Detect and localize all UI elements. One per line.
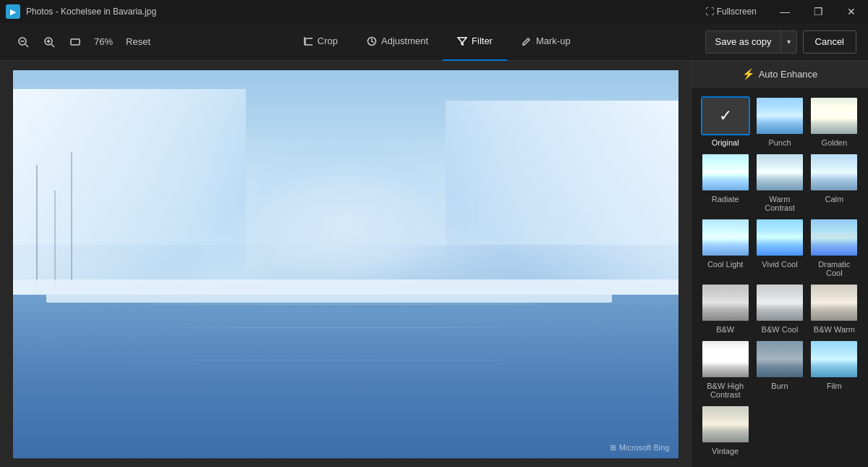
filter-label-punch: Punch [768,138,791,147]
filter-bw[interactable]: B&W [700,283,750,334]
toolbar: 76% Reset Crop Adjustment Filter [0,23,868,61]
filter-thumb-vintage [701,405,750,444]
filter-thumb-calm [809,153,859,192]
filter-thumb-bw-cool [755,283,804,322]
tab-adjustment-label: Adjustment [381,35,428,46]
toolbar-zoom-controls: 76% Reset [12,30,156,54]
filter-label-radiate: Radiate [712,195,739,203]
photo-water [13,295,678,458]
tab-filter-label: Filter [472,35,493,46]
filter-vivid-cool[interactable]: Vivid Cool [754,218,804,277]
filter-dramatic-cool[interactable]: Dramatic Cool [809,218,859,277]
filter-film[interactable]: Film [809,340,859,399]
tab-adjustment[interactable]: Adjustment [352,23,443,61]
filter-label-vivid-cool: Vivid Cool [762,260,797,269]
reset-button[interactable]: Reset [120,33,156,50]
filter-label-film: Film [827,382,842,390]
filter-label-bw-warm: B&W Warm [814,325,855,334]
filters-grid: ✓ Original Punch Golden [692,88,868,464]
fullscreen-button[interactable]: ⛶ Fullscreen [694,7,768,17]
canvas-area: ⊞ Microsoft Bing [0,61,691,467]
zoom-value[interactable]: 76% [90,33,117,50]
filter-label-vintage: Vintage [712,447,739,455]
save-copy-dropdown-icon[interactable]: ▾ [781,31,796,53]
filter-vintage[interactable]: Vintage [700,405,750,455]
filter-thumb-radiate [701,153,750,192]
svg-line-4 [51,44,54,47]
filter-calm[interactable]: Calm [809,153,859,212]
filter-thumb-bw-high-contrast [701,340,750,379]
filter-cool-light[interactable]: Cool Light [700,218,750,277]
filter-thumb-cool-light [701,218,750,257]
title-bar-controls: ⛶ Fullscreen — ❐ ✕ [694,0,868,23]
save-copy-label: Save as copy [706,31,780,53]
filter-thumb-original: ✓ [701,96,750,135]
filter-bw-cool[interactable]: B&W Cool [754,283,804,334]
filter-label-warm-contrast: Warm Contrast [754,195,804,212]
main-area: ⊞ Microsoft Bing ⚡ Auto Enhance ✓ Origin… [0,61,868,467]
tab-filter[interactable]: Filter [443,23,507,61]
filter-label-bw-cool: B&W Cool [762,325,799,334]
filter-label-burn: Burn [771,382,788,390]
filter-label-bw-high-contrast: B&W High Contrast [700,382,750,399]
watermark-text: Microsoft Bing [619,443,670,452]
filter-burn[interactable]: Burn [754,340,804,399]
filter-thumb-bw-warm [809,283,859,322]
bing-logo-icon: ⊞ [610,443,616,453]
fit-button[interactable] [64,30,87,54]
filter-panel: ⚡ Auto Enhance ✓ Original Punch [691,61,868,467]
filter-punch[interactable]: Punch [754,96,804,147]
filter-thumb-warm-contrast [755,153,804,192]
filter-thumb-golden [809,96,859,135]
filter-radiate[interactable]: Radiate [700,153,750,212]
filter-label-original: Original [712,138,739,147]
zoom-out-button[interactable] [12,30,35,54]
toolbar-actions: Save as copy ▾ Cancel [705,30,856,54]
filter-label-cool-light: Cool Light [707,260,744,269]
title-bar: ▶ Photos - Kochelsee in Bavaria.jpg ⛶ Fu… [0,0,868,23]
title-bar-left: ▶ Photos - Kochelsee in Bavaria.jpg [6,4,156,19]
filter-thumb-punch [755,96,804,135]
svg-rect-7 [71,39,80,45]
filter-label-golden: Golden [822,138,847,147]
window-title: Photos - Kochelsee in Bavaria.jpg [26,7,156,17]
tab-markup-label: Mark-up [536,35,571,46]
auto-enhance-button[interactable]: ⚡ Auto Enhance [692,61,868,88]
minimize-button[interactable]: — [768,0,801,23]
photo-container: ⊞ Microsoft Bing [13,70,678,458]
photo-watermark: ⊞ Microsoft Bing [610,443,670,453]
fullscreen-label: Fullscreen [717,7,757,17]
filter-thumb-burn [755,340,804,379]
toolbar-tabs: Crop Adjustment Filter Mark-up [174,23,699,61]
cancel-button[interactable]: Cancel [803,30,856,54]
filter-thumb-dramatic-cool [809,218,859,257]
tab-crop[interactable]: Crop [289,23,352,61]
app-icon: ▶ [6,4,20,19]
save-as-copy-button[interactable]: Save as copy ▾ [705,30,796,54]
filter-label-bw: B&W [716,325,734,334]
filter-label-dramatic-cool: Dramatic Cool [809,260,859,277]
fullscreen-icon: ⛶ [705,7,714,17]
auto-enhance-label: Auto Enhance [759,69,818,80]
filter-original[interactable]: ✓ Original [700,96,750,147]
tab-crop-label: Crop [318,35,338,46]
tab-markup[interactable]: Mark-up [507,23,585,61]
filter-thumb-film [809,340,859,379]
filter-warm-contrast[interactable]: Warm Contrast [754,153,804,212]
zoom-in-button[interactable] [38,30,61,54]
filter-check-icon: ✓ [719,106,732,125]
close-button[interactable]: ✕ [835,0,868,23]
svg-line-1 [25,44,28,47]
filter-thumb-bw [701,283,750,322]
wand-icon: ⚡ [742,68,754,80]
filter-thumb-vivid-cool [755,218,804,257]
photo-background: ⊞ Microsoft Bing [13,70,678,458]
filter-bw-high-contrast[interactable]: B&W High Contrast [700,340,750,399]
filter-bw-warm[interactable]: B&W Warm [809,283,859,334]
filter-label-calm: Calm [825,195,843,203]
filter-golden[interactable]: Golden [809,96,859,147]
restore-button[interactable]: ❐ [801,0,835,23]
